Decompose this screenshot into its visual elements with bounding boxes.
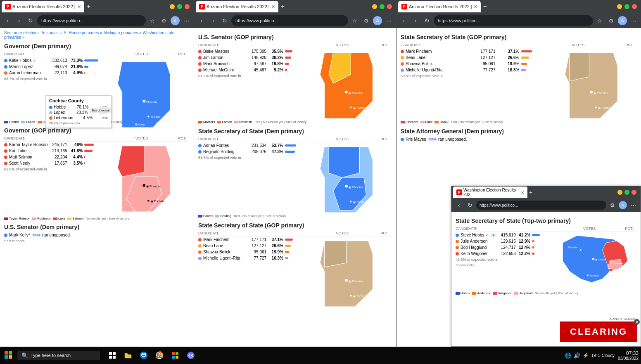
us-senator-dem-section: U.S. Senator (Dem primary) Mark Kelly* D… [4, 224, 190, 243]
candidate-dot [198, 144, 202, 147]
active-tab-2[interactable]: P Arizona Election Results 2022 | ✕ [196, 1, 278, 12]
ad-banner: CLEARING [560, 321, 637, 342]
wa-politico-favicon: P [456, 189, 462, 195]
forward-btn-3[interactable]: › [411, 16, 420, 26]
active-tab-3[interactable]: P Arizona Election Results 2022 | ✕ [398, 1, 481, 12]
extensions-btn-3[interactable]: ⚙ [606, 16, 616, 26]
svg-point-46 [587, 274, 589, 276]
search-btn[interactable]: 🔍 Type here to search [16, 349, 102, 362]
chrome-taskbar-btn[interactable] [152, 348, 167, 363]
win-close-2[interactable] [387, 4, 392, 9]
start-button[interactable] [2, 349, 14, 362]
bookmark-btn-3[interactable]: ☆ [595, 16, 605, 26]
browser-window-2: P Arizona Election Results 2022 | ✕ + ‹ … [194, 0, 396, 347]
floating-menu-btn[interactable]: ⋯ [628, 200, 638, 210]
taskbar-icons [105, 348, 198, 363]
candidate-row: Steve Hobbs ✓ ★ 415,619 41.2% [456, 232, 551, 238]
extensions-btn-2[interactable]: ⚙ [361, 16, 371, 26]
back-btn-3[interactable]: ‹ [399, 16, 409, 26]
win-minimize-3[interactable] [617, 4, 622, 9]
svg-text:Vancouver: Vancouver [563, 281, 575, 284]
reload-btn-1[interactable]: ↻ [26, 16, 36, 26]
win-maximize-1[interactable] [177, 4, 182, 9]
floating-maximize[interactable] [624, 190, 629, 195]
svg-point-42 [592, 258, 594, 260]
reload-btn-2[interactable]: ↻ [220, 16, 230, 26]
forward-btn-2[interactable]: › [208, 16, 218, 26]
store-btn[interactable] [168, 348, 183, 363]
file-explorer-btn[interactable] [121, 348, 135, 363]
address-bar-1[interactable] [37, 15, 146, 26]
svg-rect-56 [109, 352, 112, 355]
floating-extensions-btn[interactable]: ⚙ [608, 200, 617, 210]
discord-btn[interactable] [183, 348, 198, 363]
menu-btn-3[interactable]: ⋯ [629, 16, 639, 26]
floating-minimize[interactable] [617, 190, 622, 195]
taskbar-search-box[interactable]: 🔍 Type here to search [17, 351, 100, 360]
atty-gen-dem-title: State Attorney General (Dem primary) [401, 128, 637, 135]
candidate-row: Michael McGuire 45,487 9.2% [198, 67, 306, 73]
sec-dem-legend: Fontes Bolding Tied | No results yet | S… [198, 214, 392, 218]
bookmark-btn-1[interactable]: ☆ [147, 16, 157, 26]
edge-btn[interactable] [136, 348, 151, 363]
new-tab-btn-1[interactable]: + [85, 1, 92, 12]
candidate-dot [198, 62, 202, 66]
ad-close-btn[interactable]: ✕ [634, 319, 640, 325]
floating-new-tab-btn[interactable]: + [529, 189, 532, 196]
taskbar-clock[interactable]: 07:33 03/08/2022 [618, 350, 639, 361]
forward-btn-1[interactable]: › [14, 16, 24, 26]
floating-close[interactable] [632, 190, 636, 195]
windows-logo-icon [4, 351, 12, 359]
bookmark-btn-2[interactable]: ☆ [350, 16, 360, 26]
menu-btn-1[interactable]: ⋯ [181, 16, 191, 26]
svg-rect-58 [109, 356, 112, 359]
win-minimize-2[interactable] [372, 4, 377, 9]
svg-rect-63 [172, 352, 175, 355]
floating-reload-btn[interactable]: ↻ [465, 200, 475, 210]
floating-active-tab[interactable]: P Washington Election Results 202 ✕ [453, 187, 527, 198]
back-btn-2[interactable]: ‹ [197, 16, 207, 26]
floating-profile-avatar[interactable]: A [619, 201, 627, 209]
sys-tray: 🌐 🔊 ⚡ 19°C Cloudy [565, 352, 615, 359]
svg-text:◉ Phoenix: ◉ Phoenix [146, 184, 161, 188]
floating-tab-close[interactable]: ✕ [521, 190, 524, 195]
menu-btn-2[interactable]: ⋯ [384, 16, 394, 26]
tab-close-1[interactable]: ✕ [77, 4, 81, 9]
win-close-1[interactable] [185, 4, 190, 9]
reload-btn-3[interactable]: ↻ [422, 16, 432, 26]
profile-avatar-2[interactable]: A [373, 16, 382, 25]
extensions-btn-1[interactable]: ⚙ [159, 16, 169, 26]
win-close-3[interactable] [632, 4, 637, 9]
candidate-dot [4, 143, 7, 147]
floating-address-bar[interactable] [476, 201, 606, 210]
new-tab-btn-2[interactable]: + [279, 1, 286, 12]
address-bar-3[interactable] [434, 15, 593, 26]
profile-avatar-3[interactable]: A [618, 16, 627, 25]
candidate-dot [4, 162, 7, 165]
svg-point-18 [350, 106, 351, 108]
tab-close-2[interactable]: ✕ [271, 4, 275, 9]
us-senator-gop-title: U.S. Senator (GOP primary) [198, 34, 392, 40]
tab-close-3[interactable]: ✕ [474, 4, 477, 9]
floating-back-btn[interactable]: ‹ [454, 200, 464, 210]
address-bar-2[interactable] [231, 15, 348, 26]
svg-point-50 [571, 278, 572, 280]
taskbar-right: 🌐 🔊 ⚡ 19°C Cloudy 07:33 03/08/2022 [565, 350, 639, 361]
candidate-dot [456, 252, 459, 255]
wa-map: ◉ Seattle Spokane Tacoma Olympia Vancouv… [554, 232, 636, 290]
table-header-gop: CANDIDATE VOTES PCT. [4, 135, 190, 142]
win-maximize-2[interactable] [380, 4, 385, 9]
clock-date: 03/08/2022 [618, 356, 639, 361]
profile-avatar-1[interactable]: A [171, 16, 180, 25]
svg-point-5 [156, 122, 158, 124]
svg-rect-53 [9, 351, 12, 355]
task-view-btn[interactable] [105, 348, 120, 363]
active-tab-1[interactable]: P Arizona Election Results 2022 | ✕ [2, 1, 84, 12]
win-maximize-3[interactable] [624, 4, 629, 9]
win-minimize-1[interactable] [170, 4, 175, 9]
svg-text:◉ Tucson: ◉ Tucson [151, 199, 164, 203]
back-btn-1[interactable]: ‹ [2, 16, 12, 26]
svg-point-1 [143, 100, 145, 102]
candidate-row: Bob Hagglund 124,717 12.4% [456, 244, 551, 251]
new-tab-btn-3[interactable]: + [482, 1, 489, 12]
